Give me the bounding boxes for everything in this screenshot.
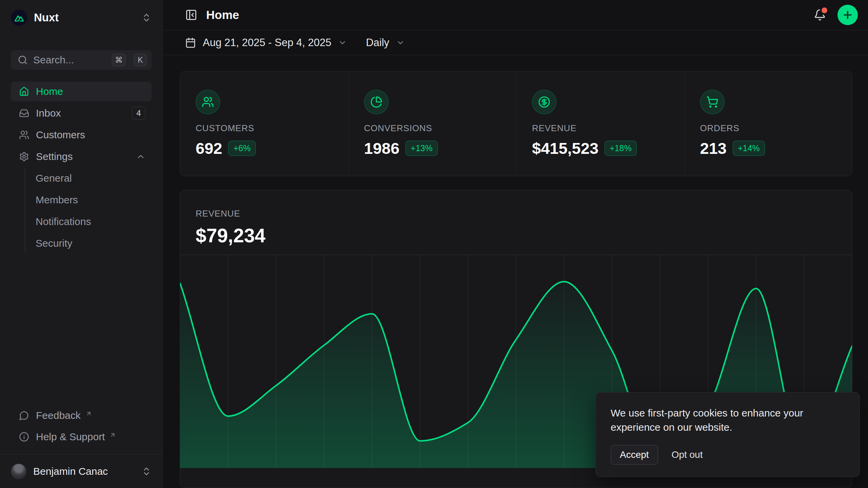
chevrons-up-down-icon [141, 13, 152, 23]
date-range-picker[interactable]: Aug 21, 2025 - Sep 4, 2025 [185, 37, 347, 49]
cookie-message: We use first-party cookies to enhance yo… [611, 406, 845, 435]
users-icon [196, 90, 220, 114]
stat-value: 213 [700, 139, 727, 158]
chevron-down-icon [396, 38, 405, 47]
chevrons-up-down-icon [141, 466, 152, 476]
notifications-button[interactable] [810, 5, 830, 25]
settings-subnav: General Members Notifications Security [25, 168, 152, 253]
info-circle-icon [19, 432, 29, 442]
external-link-icon [85, 410, 92, 417]
stat-delta-badge: +6% [228, 141, 256, 156]
user-name: Benjamin Canac [33, 466, 108, 477]
help-support-link[interactable]: Help & Support [11, 427, 152, 447]
chevron-down-icon [338, 38, 347, 47]
search-icon [18, 55, 28, 65]
optout-cookies-button[interactable]: Opt out [672, 445, 703, 464]
granularity-value: Daily [366, 37, 389, 49]
search-input[interactable] [33, 54, 106, 66]
notification-dot [822, 7, 827, 13]
kbd-cmd: ⌘ [112, 54, 126, 66]
chart-title: REVENUE [196, 208, 852, 219]
stat-label: ORDERS [700, 123, 846, 134]
sidebar-item-general[interactable]: General [25, 168, 152, 188]
workspace-name: Nuxt [34, 11, 59, 24]
stat-value: $415,523 [532, 139, 598, 158]
sidebar-item-notifications[interactable]: Notifications [25, 212, 152, 231]
sidebar-item-members[interactable]: Members [25, 190, 152, 210]
sidebar: Nuxt ⌘ K Home Inb [0, 0, 163, 488]
circle-dollar-icon [532, 90, 556, 114]
sidebar-footer: Feedback Help & Support [11, 406, 152, 448]
header-actions [810, 5, 858, 25]
search-input-wrap[interactable]: ⌘ K [11, 50, 152, 70]
collapse-sidebar-icon[interactable] [185, 9, 197, 21]
sidebar-item-inbox[interactable]: Inbox 4 [11, 103, 152, 123]
users-icon [19, 130, 29, 140]
stat-orders: ORDERS 213 +14% [684, 72, 852, 176]
team-switcher[interactable]: Nuxt [11, 9, 152, 26]
sidebar-item-customers[interactable]: Customers [11, 125, 152, 145]
sidebar-item-home[interactable]: Home [11, 82, 152, 101]
chart-pie-icon [364, 90, 389, 114]
page-header: Home [163, 0, 868, 30]
stat-value: 692 [196, 139, 222, 158]
calendar-icon [185, 37, 196, 48]
chevron-up-icon [136, 152, 145, 161]
cookie-banner: We use first-party cookies to enhance yo… [595, 392, 860, 477]
plus-icon [842, 9, 853, 21]
sidebar-nav: Home Inbox 4 Customers Settings [11, 82, 152, 255]
avatar [11, 464, 26, 479]
add-button[interactable] [837, 5, 858, 25]
kbd-k: K [134, 54, 147, 66]
stat-revenue: REVENUE $415,523 +18% [516, 72, 684, 176]
inbox-icon [19, 108, 29, 118]
stat-customers: CUSTOMERS 692 +6% [180, 72, 348, 176]
shopping-cart-icon [700, 90, 725, 114]
page-title: Home [206, 8, 239, 22]
feedback-link[interactable]: Feedback [11, 406, 152, 425]
message-bubble-icon [19, 410, 29, 421]
sidebar-item-label: Inbox [36, 107, 61, 119]
stat-delta-badge: +14% [733, 141, 765, 156]
stat-label: REVENUE [532, 123, 677, 134]
stat-label: CUSTOMERS [196, 123, 341, 134]
sidebar-item-label: Home [36, 86, 63, 97]
app-root: Nuxt ⌘ K Home Inb [0, 0, 868, 488]
gear-icon [19, 151, 29, 162]
chart-total-value: $79,234 [196, 224, 852, 247]
sidebar-item-settings[interactable]: Settings [11, 147, 152, 166]
stat-value: 1986 [364, 139, 400, 158]
inbox-count-badge: 4 [132, 107, 145, 120]
stats-card: CUSTOMERS 692 +6% CONVERSIONS 1986 +13% [180, 71, 852, 176]
sidebar-item-label: Customers [36, 129, 85, 141]
nuxt-logo-icon [11, 9, 27, 26]
stat-delta-badge: +18% [605, 141, 637, 156]
external-link-icon [110, 432, 116, 438]
date-range-value: Aug 21, 2025 - Sep 4, 2025 [203, 37, 331, 49]
accept-cookies-button[interactable]: Accept [611, 445, 658, 465]
filters-toolbar: Aug 21, 2025 - Sep 4, 2025 Daily [163, 30, 868, 55]
user-menu[interactable]: Benjamin Canac [0, 454, 162, 488]
home-icon [19, 86, 29, 97]
stat-delta-badge: +13% [406, 141, 438, 156]
sidebar-item-label: Settings [36, 151, 73, 162]
granularity-select[interactable]: Daily [366, 37, 405, 49]
stat-label: CONVERSIONS [364, 123, 510, 134]
sidebar-item-security[interactable]: Security [25, 233, 152, 253]
stat-conversions: CONVERSIONS 1986 +13% [348, 72, 516, 176]
